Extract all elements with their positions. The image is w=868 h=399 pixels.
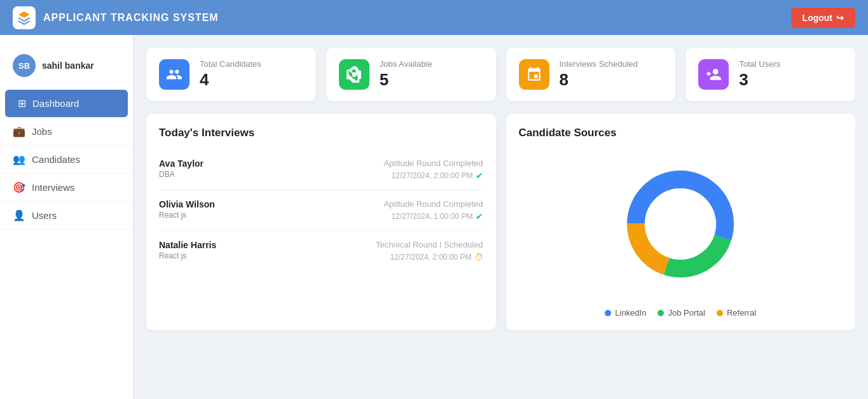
sidebar-nav: ⊞ Dashboard 💼 Jobs 👥 Candidates 🎯 Interv… (0, 90, 133, 230)
interviews-scheduled-label: Interviews Scheduled (560, 59, 638, 69)
status-label-3: Technical Round I Scheduled (376, 240, 483, 249)
stat-card-jobs-available: Jobs Available 5 (326, 48, 496, 101)
jobs-available-icon (339, 59, 369, 90)
sidebar-item-candidates[interactable]: 👥 Candidates (0, 146, 133, 174)
legend-item-jobportal: Job Portal (658, 308, 705, 318)
interviewee-name-2: Olivia Wilson (159, 199, 215, 209)
logout-icon: ↪ (836, 13, 844, 23)
stat-card-total-candidates: Total Candidates 4 (146, 48, 316, 101)
legend-label-linkedin: LinkedIn (615, 308, 646, 318)
legend-dot-referral (717, 310, 723, 316)
legend-dot-linkedin (605, 310, 611, 316)
stats-row: Total Candidates 4 Jobs Available 5 (146, 48, 855, 101)
stat-card-total-users: Total Users 3 (685, 48, 855, 101)
interviewee-role-3: React js (159, 251, 216, 260)
stat-info-jobs-available: Jobs Available 5 (380, 59, 432, 90)
total-candidates-label: Total Candidates (200, 59, 261, 69)
total-users-icon (698, 59, 729, 90)
status-time-3: 12/27/2024, 2:00:00 PM ⏱ (376, 252, 483, 262)
legend-item-linkedin: LinkedIn (605, 308, 646, 318)
dashboard-icon: ⊞ (18, 97, 26, 109)
stat-info-interviews-scheduled: Interviews Scheduled 8 (560, 59, 638, 90)
interviewee-role-2: React js (159, 211, 215, 220)
header: APPLICANT TRACKING SYSTEM Logout ↪ (0, 0, 868, 35)
sidebar-item-users-label: Users (32, 210, 57, 221)
interviewee-name-3: Natalie Harris (159, 240, 216, 250)
legend-dot-jobportal (658, 310, 664, 316)
legend-label-jobportal: Job Portal (668, 308, 705, 318)
jobs-icon: 💼 (13, 125, 25, 137)
interview-left-2: Olivia Wilson React js (159, 199, 215, 220)
main-layout: SB sahil bankar ⊞ Dashboard 💼 Jobs 👥 Can… (0, 35, 868, 399)
sidebar-item-jobs[interactable]: 💼 Jobs (0, 118, 133, 146)
jobs-available-value: 5 (380, 70, 432, 90)
sidebar-item-candidates-label: Candidates (32, 154, 80, 165)
interview-item-3: Natalie Harris React js Technical Round … (159, 231, 483, 271)
sources-panel-title: Candidate Sources (519, 127, 617, 139)
interview-left-1: Ava Taylor DBA (159, 158, 203, 179)
chart-legend: LinkedIn Job Portal Referral (605, 308, 756, 318)
sidebar-item-interviews-label: Interviews (32, 182, 75, 193)
interview-left-3: Natalie Harris React js (159, 240, 216, 260)
app-logo (13, 6, 36, 29)
total-users-label: Total Users (739, 59, 780, 69)
interviews-scheduled-icon (519, 59, 549, 90)
main-content: Total Candidates 4 Jobs Available 5 (134, 35, 868, 399)
user-info: SB sahil bankar (0, 48, 133, 90)
legend-label-referral: Referral (727, 308, 756, 318)
status-label-2: Aptitude Round Completed (383, 199, 483, 209)
sidebar-item-users[interactable]: 👤 Users (0, 202, 133, 230)
check-icon-1: ✔ (476, 171, 483, 181)
interviews-icon: 🎯 (13, 181, 25, 193)
check-icon-2: ✔ (476, 211, 483, 221)
sidebar-item-dashboard[interactable]: ⊞ Dashboard (5, 90, 128, 118)
logout-button[interactable]: Logout ↪ (791, 8, 855, 28)
users-icon: 👤 (13, 209, 25, 221)
app-title: APPLICANT TRACKING SYSTEM (43, 12, 219, 24)
interview-status-1: Aptitude Round Completed 12/27/2024, 2:0… (383, 158, 483, 181)
donut-chart (617, 160, 744, 288)
clock-icon-3: ⏱ (474, 252, 483, 262)
sidebar: SB sahil bankar ⊞ Dashboard 💼 Jobs 👥 Can… (0, 35, 134, 399)
total-candidates-icon (159, 59, 189, 90)
svg-point-4 (645, 188, 716, 260)
status-time-2: 12/27/2024, 1:00:00 PM ✔ (383, 211, 483, 221)
status-time-1: 12/27/2024, 2:00:00 PM ✔ (383, 171, 483, 181)
interviews-panel-title: Today's Interviews (159, 127, 483, 139)
stat-info-total-users: Total Users 3 (739, 59, 780, 90)
jobs-available-label: Jobs Available (380, 59, 432, 69)
username: sahil bankar (42, 60, 94, 71)
sidebar-item-jobs-label: Jobs (32, 126, 52, 137)
stat-card-interviews-scheduled: Interviews Scheduled 8 (506, 48, 676, 101)
sources-panel: Candidate Sources (506, 114, 856, 330)
interview-status-2: Aptitude Round Completed 12/27/2024, 1:0… (383, 199, 483, 221)
candidates-icon: 👥 (13, 153, 25, 165)
bottom-row: Today's Interviews Ava Taylor DBA Aptitu… (146, 114, 855, 330)
sidebar-item-interviews[interactable]: 🎯 Interviews (0, 174, 133, 202)
interviewee-name-1: Ava Taylor (159, 158, 203, 169)
interview-status-3: Technical Round I Scheduled 12/27/2024, … (376, 240, 483, 262)
interviews-panel: Today's Interviews Ava Taylor DBA Aptitu… (146, 114, 496, 330)
status-label-1: Aptitude Round Completed (383, 158, 483, 168)
stat-info-total-candidates: Total Candidates 4 (200, 59, 261, 90)
sidebar-item-dashboard-label: Dashboard (32, 98, 79, 109)
interviewee-role-1: DBA (159, 170, 203, 179)
interview-item-1: Ava Taylor DBA Aptitude Round Completed … (159, 150, 483, 190)
total-candidates-value: 4 (200, 70, 261, 90)
donut-chart-wrapper (617, 146, 744, 302)
header-left: APPLICANT TRACKING SYSTEM (13, 6, 219, 29)
legend-item-referral: Referral (717, 308, 756, 318)
avatar: SB (13, 54, 36, 77)
interviews-scheduled-value: 8 (560, 70, 638, 90)
total-users-value: 3 (739, 70, 780, 90)
interview-item-2: Olivia Wilson React js Aptitude Round Co… (159, 190, 483, 231)
